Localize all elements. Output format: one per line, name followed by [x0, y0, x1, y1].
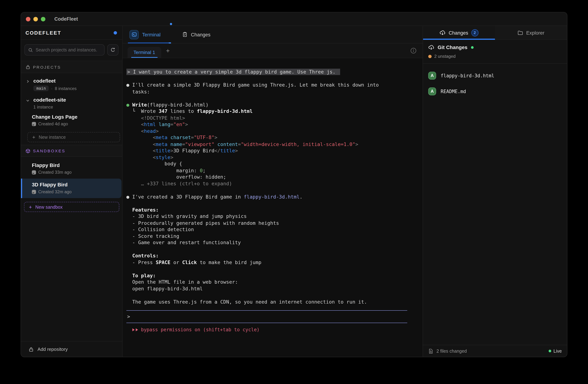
new-instance-button[interactable]: + New instance	[27, 132, 120, 142]
terminal-line	[126, 75, 420, 82]
prompt-box[interactable]: >	[126, 310, 407, 323]
bypass-status: bypass permissions on (shift+tab to cycl…	[126, 326, 420, 333]
tab-terminal-label: Terminal	[142, 32, 161, 37]
project-meta: main · 8 instances	[33, 86, 77, 91]
terminal-line: <!DOCTYPE html>	[126, 115, 420, 121]
triangle-icon	[132, 328, 134, 331]
bypass-label: bypass permissions on (shift+tab to cycl…	[141, 326, 260, 333]
close-window-button[interactable]	[26, 17, 30, 21]
terminal-line: - Score tracking	[126, 233, 420, 239]
git-changes-title: Git Changes	[438, 44, 467, 50]
tab-explorer[interactable]: Explorer	[495, 26, 567, 40]
terminal-tab-underline	[131, 57, 157, 58]
sidebar-item-3d-flappy-bird[interactable]: 3D Flappy Bird Created 32m ago	[21, 179, 122, 198]
terminal-line: ● I'll create a simple 3D Flappy Bird ga…	[126, 82, 420, 88]
terminal-line: <style>	[126, 154, 420, 160]
files-changed-status: 2 files changed	[428, 348, 467, 354]
terminal-line	[126, 246, 420, 252]
diff-icon	[182, 32, 188, 37]
terminal-line: open flappy-bird-3d.html	[126, 285, 420, 292]
search-box[interactable]	[24, 44, 105, 55]
minimize-window-button[interactable]	[33, 17, 38, 21]
file-status-badge: A	[428, 71, 436, 79]
cube-icon	[25, 148, 30, 153]
title-bar: CodeFleet	[21, 12, 567, 26]
terminal-tab-bar: Terminal 1 +	[123, 44, 423, 58]
file-name: README.md	[441, 88, 466, 94]
terminal-line: ● Write(flappy-bird-3d.html)	[126, 101, 420, 108]
refresh-button[interactable]	[107, 44, 118, 55]
chevron-right-icon[interactable]	[25, 78, 30, 91]
tab-git-changes-label: Changes	[449, 30, 468, 36]
terminal-line: Open the HTML file in a web browser:	[126, 279, 420, 285]
sandboxes-section-header[interactable]: SANDBOXES	[21, 145, 122, 157]
live-dot	[548, 350, 551, 352]
file-row[interactable]: A README.md	[428, 83, 562, 99]
zoom-window-button[interactable]	[41, 17, 45, 21]
terminal-line: > I want you to create a very simple 3d …	[126, 69, 420, 75]
projects-section-header[interactable]: PROJECTS	[21, 61, 122, 73]
live-status: Live	[548, 348, 562, 354]
add-repository-button[interactable]: Add repository	[21, 341, 122, 357]
terminal-line: margin: 0;	[126, 167, 420, 174]
terminal-line: - 3D bird with gravity and jump physics	[126, 213, 420, 220]
sandbox-name: Flappy Bird	[32, 162, 119, 168]
sidebar-item-codefleet-site[interactable]: codefleet-site 1 instance	[21, 94, 122, 113]
sandbox-meta: Created 33m ago	[32, 170, 119, 174]
unstaged-count: 2 unstaged	[434, 54, 456, 59]
org-label: CODEFLEET	[25, 30, 61, 36]
org-row: CODEFLEET	[21, 26, 122, 40]
new-sandbox-label: New sandbox	[35, 204, 63, 210]
search-input[interactable]	[36, 47, 101, 52]
sidebar: CODEFLEET	[21, 26, 123, 357]
instance-icon	[32, 190, 36, 194]
triangle-icon	[136, 328, 138, 331]
new-instance-label: New instance	[39, 135, 66, 140]
sandboxes-header-label: SANDBOXES	[33, 149, 65, 153]
chevron-down-icon[interactable]	[25, 97, 30, 109]
files-changed-label: 2 files changed	[437, 348, 467, 354]
terminal-panel[interactable]: > I want you to create a very simple 3d …	[123, 58, 423, 357]
sidebar-item-change-logs-page[interactable]: Change Logs Page Created 4d ago	[21, 113, 122, 129]
sandbox-meta: Created 32m ago	[32, 189, 118, 194]
app-title: CodeFleet	[54, 16, 78, 22]
main-tab-bar: Terminal Changes	[123, 26, 423, 44]
sidebar-item-codefleet[interactable]: codefleet main · 8 instances	[21, 75, 122, 94]
file-status-badge: A	[428, 87, 436, 95]
terminal-line: Features:	[126, 206, 420, 213]
terminal-line	[126, 266, 420, 272]
sidebar-item-flappy-bird[interactable]: Flappy Bird Created 33m ago	[21, 159, 122, 179]
tab-terminal[interactable]: Terminal	[129, 26, 169, 43]
terminal-line: <title>3D Flappy Bird</title>	[126, 147, 420, 154]
right-panel-footer: 2 files changed Live	[423, 345, 567, 357]
file-row[interactable]: A flappy-bird-3d.html	[428, 68, 562, 83]
new-sandbox-button[interactable]: + New sandbox	[24, 202, 119, 212]
projects-list: codefleet main · 8 instances codefleet-s…	[21, 73, 122, 145]
file-icon	[428, 348, 433, 354]
instances-count: 1 instance	[33, 105, 53, 109]
terminal-icon	[129, 30, 139, 39]
separator-dot: ·	[51, 86, 52, 90]
lock-icon	[25, 65, 30, 69]
project-meta: 1 instance	[33, 105, 66, 109]
cloud-download-icon	[428, 44, 434, 50]
new-terminal-button[interactable]: +	[166, 47, 170, 54]
tab-changes[interactable]: Changes	[182, 26, 210, 43]
terminal-line	[126, 95, 420, 101]
terminal-line: ● I've created a 3D Flappy Bird game in …	[126, 193, 420, 200]
info-icon[interactable]	[410, 47, 417, 54]
instance-name: Change Logs Page	[32, 114, 119, 120]
live-label: Live	[553, 348, 562, 354]
terminal-tab-1[interactable]: Terminal 1	[127, 47, 161, 58]
git-changes-title-row: Git Changes	[428, 44, 562, 50]
terminal-line	[126, 200, 420, 206]
tab-git-changes[interactable]: Changes 2	[423, 26, 495, 40]
project-name: codefleet	[33, 78, 77, 84]
terminal-line: └ Wrote 347 lines to flappy-bird-3d.html	[126, 108, 420, 115]
screen: CodeFleet CODEFLEET	[0, 0, 588, 384]
terminal-line: <head>	[126, 128, 420, 134]
project-name: codefleet-site	[33, 97, 66, 103]
created-label: Created 32m ago	[38, 189, 71, 194]
terminal-line: tasks:	[126, 88, 420, 95]
sandboxes-list: Flappy Bird Created 33m ago 3D Flappy Bi…	[21, 157, 122, 212]
